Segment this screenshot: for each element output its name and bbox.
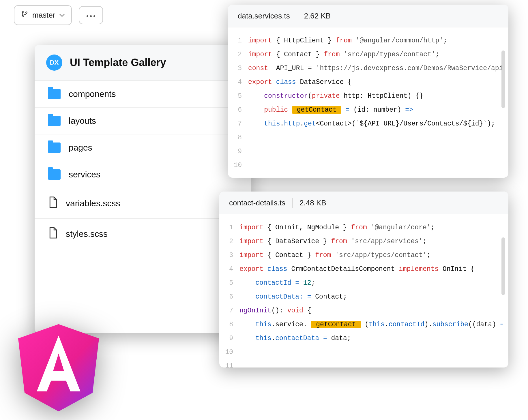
top-controls: master bbox=[14, 5, 103, 25]
tree-item[interactable]: services bbox=[35, 161, 251, 188]
scrollbar[interactable] bbox=[501, 237, 505, 367]
tree-item[interactable]: pages bbox=[35, 134, 251, 161]
editor-filesize: 2.62 KB bbox=[304, 12, 331, 20]
tree-item-label: styles.scss bbox=[66, 229, 108, 239]
tree-item[interactable]: components bbox=[35, 81, 251, 108]
editor-filesize: 2.48 KB bbox=[299, 198, 326, 207]
editor-body[interactable]: 12345678910 import { HttpClient } from '… bbox=[228, 27, 508, 178]
folder-icon bbox=[48, 142, 61, 153]
editor-header: contact-details.ts 2.48 KB bbox=[219, 192, 508, 214]
folder-icon bbox=[48, 116, 61, 126]
tree-item-label: variables.scss bbox=[66, 198, 120, 208]
tree-item[interactable]: styles.scss bbox=[35, 219, 251, 249]
tree-item-label: pages bbox=[69, 143, 92, 153]
editor-filename: data.services.ts bbox=[238, 12, 290, 20]
svg-point-4 bbox=[90, 15, 92, 17]
separator bbox=[292, 198, 293, 208]
scrollbar-thumb[interactable] bbox=[501, 237, 505, 295]
project-badge: DX bbox=[46, 55, 62, 71]
chevron-down-icon bbox=[59, 11, 65, 20]
scrollbar[interactable] bbox=[501, 50, 505, 173]
branch-selector[interactable]: master bbox=[14, 5, 72, 25]
code-editor-2: contact-details.ts 2.48 KB 1234567891011… bbox=[219, 192, 508, 367]
project-title: UI Template Gallery bbox=[70, 57, 166, 69]
separator bbox=[297, 11, 297, 21]
code-lines[interactable]: import { HttpClient } from '@angular/com… bbox=[248, 34, 503, 172]
file-icon bbox=[48, 196, 58, 210]
branch-label: master bbox=[32, 11, 55, 20]
tree-item-label: layouts bbox=[69, 116, 96, 126]
angular-logo bbox=[14, 320, 103, 415]
svg-point-2 bbox=[26, 12, 27, 13]
tree-item[interactable]: layouts bbox=[35, 108, 251, 134]
code-lines[interactable]: import { OnInit, NgModule } from '@angul… bbox=[239, 221, 503, 367]
tree-item-label: services bbox=[69, 170, 100, 179]
code-editor-1: data.services.ts 2.62 KB 12345678910 imp… bbox=[228, 5, 508, 178]
svg-point-5 bbox=[93, 15, 95, 17]
svg-point-1 bbox=[22, 16, 23, 17]
tree-items: componentslayoutspagesservicesvariables.… bbox=[35, 81, 251, 249]
line-gutter: 12345678910 bbox=[228, 34, 248, 172]
editor-header: data.services.ts 2.62 KB bbox=[228, 5, 508, 27]
line-gutter: 1234567891011 bbox=[219, 221, 239, 367]
git-branch-icon bbox=[21, 10, 28, 20]
file-icon bbox=[48, 227, 58, 241]
editor-body[interactable]: 1234567891011 import { OnInit, NgModule … bbox=[219, 214, 508, 367]
folder-icon bbox=[48, 169, 61, 180]
editor-filename: contact-details.ts bbox=[229, 198, 285, 207]
more-button[interactable] bbox=[79, 6, 103, 24]
tree-item-label: components bbox=[69, 89, 116, 99]
tree-item[interactable]: variables.scss bbox=[35, 188, 251, 219]
ellipsis-icon bbox=[86, 11, 96, 20]
svg-point-3 bbox=[87, 15, 88, 17]
svg-point-0 bbox=[22, 11, 23, 13]
scrollbar-thumb[interactable] bbox=[501, 50, 505, 108]
project-badge-label: DX bbox=[50, 59, 59, 66]
tree-header: DX UI Template Gallery bbox=[35, 45, 251, 81]
folder-icon bbox=[48, 89, 61, 99]
file-tree-panel: DX UI Template Gallery componentslayouts… bbox=[35, 45, 251, 333]
